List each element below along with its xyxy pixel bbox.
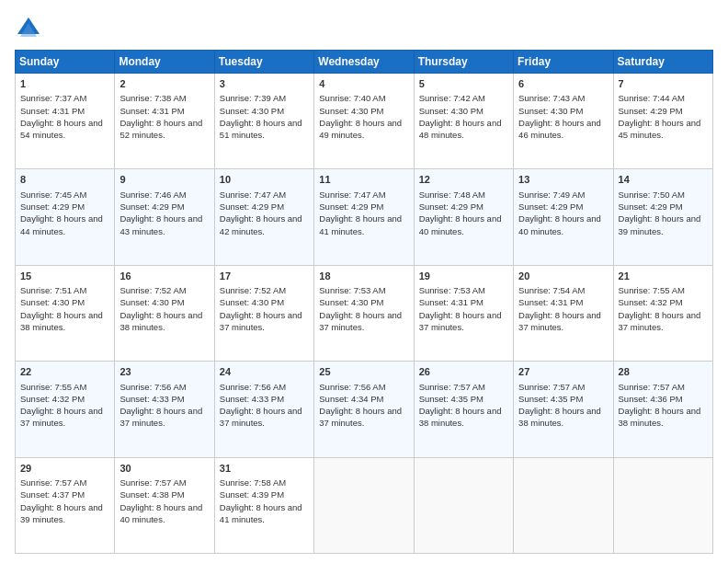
sunrise-label: Sunrise: 7:56 AM <box>319 382 385 392</box>
calendar-cell: 5Sunrise: 7:42 AMSunset: 4:30 PMDaylight… <box>414 74 513 169</box>
calendar-cell: 8Sunrise: 7:45 AMSunset: 4:29 PMDaylight… <box>16 169 115 265</box>
calendar-cell: 19Sunrise: 7:53 AMSunset: 4:31 PMDayligh… <box>414 265 513 361</box>
sunset-label: Sunset: 4:31 PM <box>20 106 85 116</box>
sunrise-label: Sunrise: 7:38 AM <box>119 93 186 103</box>
sunrise-label: Sunrise: 7:53 AM <box>419 285 485 295</box>
weekday-header-thursday: Thursday <box>414 51 513 74</box>
day-number: 23 <box>119 365 209 379</box>
sunset-label: Sunset: 4:38 PM <box>119 489 184 500</box>
day-number: 8 <box>20 173 109 187</box>
day-number: 18 <box>319 270 408 283</box>
sunrise-label: Sunrise: 7:42 AM <box>419 93 485 103</box>
daylight-label: Daylight: 8 hours and 37 minutes. <box>220 310 302 332</box>
sunset-label: Sunset: 4:31 PM <box>119 106 184 116</box>
sunrise-label: Sunrise: 7:51 AM <box>20 285 86 295</box>
calendar-cell: 2Sunrise: 7:38 AMSunset: 4:31 PMDaylight… <box>115 74 214 169</box>
sunset-label: Sunset: 4:29 PM <box>20 201 85 212</box>
sunrise-label: Sunrise: 7:58 AM <box>220 477 286 488</box>
day-number: 28 <box>619 365 708 379</box>
weekday-header-sunday: Sunday <box>16 51 115 74</box>
calendar-cell: 13Sunrise: 7:49 AMSunset: 4:29 PMDayligh… <box>514 169 613 265</box>
daylight-label: Daylight: 8 hours and 43 minutes. <box>119 213 202 236</box>
day-number: 2 <box>119 77 209 91</box>
daylight-label: Daylight: 8 hours and 45 minutes. <box>619 118 701 140</box>
daylight-label: Daylight: 8 hours and 38 minutes. <box>419 406 502 428</box>
weekday-header-monday: Monday <box>115 51 214 74</box>
daylight-label: Daylight: 8 hours and 37 minutes. <box>20 406 103 428</box>
daylight-label: Daylight: 8 hours and 37 minutes. <box>319 406 402 428</box>
daylight-label: Daylight: 8 hours and 38 minutes. <box>518 406 601 428</box>
daylight-label: Daylight: 8 hours and 54 minutes. <box>20 118 103 140</box>
sunset-label: Sunset: 4:30 PM <box>119 297 184 307</box>
sunset-label: Sunset: 4:33 PM <box>119 394 184 404</box>
day-number: 12 <box>419 173 508 187</box>
daylight-label: Daylight: 8 hours and 51 minutes. <box>220 118 302 140</box>
sunrise-label: Sunrise: 7:55 AM <box>619 285 685 295</box>
calendar-cell: 17Sunrise: 7:52 AMSunset: 4:30 PMDayligh… <box>214 265 313 361</box>
day-number: 1 <box>20 77 109 91</box>
logo-icon <box>15 15 42 42</box>
day-number: 27 <box>518 365 608 379</box>
sunrise-label: Sunrise: 7:49 AM <box>518 190 585 200</box>
sunset-label: Sunset: 4:29 PM <box>419 201 483 212</box>
sunrise-label: Sunrise: 7:37 AM <box>20 93 86 103</box>
calendar-table: SundayMondayTuesdayWednesdayThursdayFrid… <box>15 50 713 554</box>
day-number: 13 <box>518 173 608 187</box>
day-number: 14 <box>619 173 708 187</box>
day-number: 5 <box>419 77 508 91</box>
sunrise-label: Sunrise: 7:40 AM <box>319 93 385 103</box>
sunrise-label: Sunrise: 7:39 AM <box>220 93 286 103</box>
sunset-label: Sunset: 4:30 PM <box>518 106 583 116</box>
calendar-cell: 30Sunrise: 7:57 AMSunset: 4:38 PMDayligh… <box>115 457 214 553</box>
sunset-label: Sunset: 4:30 PM <box>319 297 383 307</box>
daylight-label: Daylight: 8 hours and 38 minutes. <box>119 310 202 332</box>
sunset-label: Sunset: 4:29 PM <box>319 201 383 212</box>
day-number: 25 <box>319 365 408 379</box>
daylight-label: Daylight: 8 hours and 48 minutes. <box>419 118 502 140</box>
sunset-label: Sunset: 4:32 PM <box>20 394 85 404</box>
sunset-label: Sunset: 4:29 PM <box>220 201 284 212</box>
sunset-label: Sunset: 4:29 PM <box>518 201 583 212</box>
day-number: 29 <box>20 462 109 476</box>
calendar-cell: 6Sunrise: 7:43 AMSunset: 4:30 PMDaylight… <box>514 74 613 169</box>
daylight-label: Daylight: 8 hours and 40 minutes. <box>119 502 202 524</box>
daylight-label: Daylight: 8 hours and 37 minutes. <box>619 310 701 332</box>
sunset-label: Sunset: 4:30 PM <box>220 106 284 116</box>
daylight-label: Daylight: 8 hours and 37 minutes. <box>518 310 601 332</box>
day-number: 31 <box>220 462 309 476</box>
calendar-cell: 23Sunrise: 7:56 AMSunset: 4:33 PMDayligh… <box>115 362 214 457</box>
daylight-label: Daylight: 8 hours and 37 minutes. <box>419 310 502 332</box>
sunset-label: Sunset: 4:37 PM <box>20 489 85 500</box>
sunrise-label: Sunrise: 7:52 AM <box>119 285 186 295</box>
calendar-cell: 10Sunrise: 7:47 AMSunset: 4:29 PMDayligh… <box>214 169 313 265</box>
calendar-cell: 4Sunrise: 7:40 AMSunset: 4:30 PMDaylight… <box>314 74 414 169</box>
sunset-label: Sunset: 4:29 PM <box>619 201 683 212</box>
sunset-label: Sunset: 4:34 PM <box>319 394 383 404</box>
sunset-label: Sunset: 4:29 PM <box>119 201 184 212</box>
daylight-label: Daylight: 8 hours and 42 minutes. <box>220 213 302 236</box>
day-number: 10 <box>220 173 309 187</box>
day-number: 19 <box>419 270 508 283</box>
sunrise-label: Sunrise: 7:57 AM <box>419 382 485 392</box>
sunrise-label: Sunrise: 7:55 AM <box>20 382 86 392</box>
day-number: 24 <box>220 365 309 379</box>
weekday-header-friday: Friday <box>514 51 613 74</box>
calendar-cell: 11Sunrise: 7:47 AMSunset: 4:29 PMDayligh… <box>314 169 414 265</box>
daylight-label: Daylight: 8 hours and 37 minutes. <box>319 310 402 332</box>
sunrise-label: Sunrise: 7:57 AM <box>119 477 186 488</box>
calendar-cell: 27Sunrise: 7:57 AMSunset: 4:35 PMDayligh… <box>514 362 613 457</box>
sunrise-label: Sunrise: 7:54 AM <box>518 285 585 295</box>
logo <box>15 15 46 42</box>
calendar-cell: 21Sunrise: 7:55 AMSunset: 4:32 PMDayligh… <box>613 265 712 361</box>
sunset-label: Sunset: 4:31 PM <box>518 297 583 307</box>
daylight-label: Daylight: 8 hours and 39 minutes. <box>619 213 701 236</box>
calendar-cell: 7Sunrise: 7:44 AMSunset: 4:29 PMDaylight… <box>613 74 712 169</box>
calendar-cell: 3Sunrise: 7:39 AMSunset: 4:30 PMDaylight… <box>214 74 313 169</box>
sunrise-label: Sunrise: 7:47 AM <box>220 190 286 200</box>
calendar-cell <box>514 457 613 553</box>
day-number: 15 <box>20 270 109 283</box>
calendar-cell <box>613 457 712 553</box>
sunrise-label: Sunrise: 7:57 AM <box>619 382 685 392</box>
sunrise-label: Sunrise: 7:52 AM <box>220 285 286 295</box>
sunrise-label: Sunrise: 7:44 AM <box>619 93 685 103</box>
